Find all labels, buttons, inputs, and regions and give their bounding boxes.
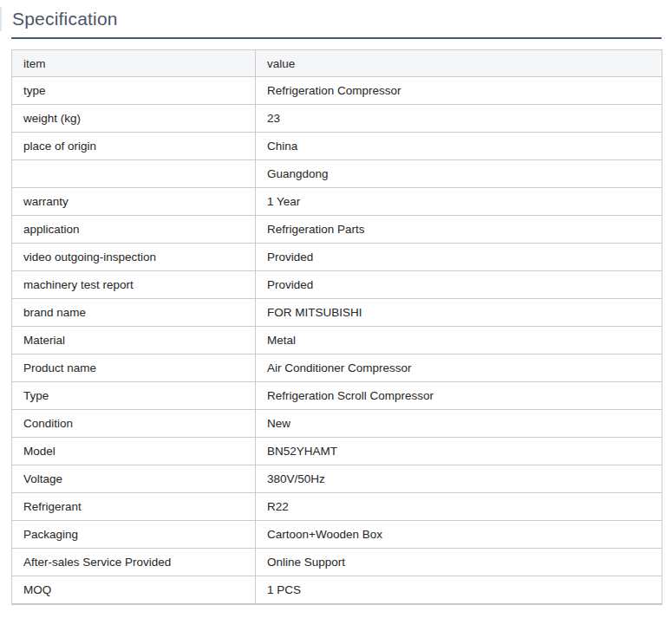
value-cell: Metal xyxy=(256,327,662,355)
table-row: brand name FOR MITSUBISHI xyxy=(12,299,662,327)
value-cell: Refrigeration Compressor xyxy=(256,77,662,105)
item-cell: Voltage xyxy=(12,465,256,493)
item-cell: Product name xyxy=(12,355,256,382)
page-title: Specification xyxy=(0,0,672,29)
value-cell: BN52YHAMT xyxy=(256,438,662,465)
table-row: machinery test report Provided xyxy=(12,271,662,299)
value-cell: 23 xyxy=(256,105,662,133)
table-row: weight (kg) 23 xyxy=(12,105,662,133)
item-cell: Packaging xyxy=(12,521,256,549)
item-cell: video outgoing-inspection xyxy=(12,244,256,271)
table-row: After-sales Service Provided Online Supp… xyxy=(12,549,662,576)
item-cell: warranty xyxy=(12,188,256,216)
table-row: Condition New xyxy=(12,410,662,438)
table-row: application Refrigeration Parts xyxy=(12,216,662,244)
value-cell: 1 PCS xyxy=(256,576,662,604)
table-row: MOQ 1 PCS xyxy=(12,576,662,604)
value-cell: Online Support xyxy=(256,549,662,576)
table-row: warranty 1 Year xyxy=(12,188,662,216)
value-cell: Provided xyxy=(256,271,662,299)
value-cell: 380V/50Hz xyxy=(256,465,662,493)
value-cell: FOR MITSUBISHI xyxy=(256,299,662,327)
value-cell: New xyxy=(256,410,662,438)
value-cell: 1 Year xyxy=(256,188,662,216)
value-cell: Refrigeration Scroll Compressor xyxy=(256,382,662,410)
item-cell: brand name xyxy=(12,299,256,327)
table-row: place of origin China xyxy=(12,133,662,160)
specification-page: Specification item value type Refrigerat… xyxy=(0,0,672,618)
item-cell: Condition xyxy=(12,410,256,438)
value-cell: Guangdong xyxy=(256,160,662,188)
item-cell: place of origin xyxy=(12,133,256,160)
table-row: Refrigerant R22 xyxy=(12,493,662,521)
item-cell xyxy=(12,160,256,188)
page-edge-highlight xyxy=(0,7,2,31)
specification-table: item value type Refrigeration Compressor… xyxy=(11,49,662,605)
value-cell: Provided xyxy=(256,244,662,271)
table-row: Voltage 380V/50Hz xyxy=(12,465,662,493)
table-row: type Refrigeration Compressor xyxy=(12,77,662,105)
value-cell: China xyxy=(256,133,662,160)
value-cell: Refrigeration Parts xyxy=(256,216,662,244)
item-cell: Type xyxy=(12,382,256,410)
item-cell: Refrigerant xyxy=(12,493,256,521)
item-cell: After-sales Service Provided xyxy=(12,549,256,576)
value-cell: R22 xyxy=(256,493,662,521)
item-cell: application xyxy=(12,216,256,244)
table-header-row: item value xyxy=(12,50,662,77)
table-row: video outgoing-inspection Provided xyxy=(12,244,662,271)
value-cell: Air Conditioner Compressor xyxy=(256,355,662,382)
value-cell: Cartoon+Wooden Box xyxy=(256,521,662,549)
table-row: Product name Air Conditioner Compressor xyxy=(12,355,662,382)
title-divider xyxy=(11,37,662,39)
table-row: Model BN52YHAMT xyxy=(12,438,662,465)
item-cell: weight (kg) xyxy=(12,105,256,133)
table-row: Material Metal xyxy=(12,327,662,355)
table-row: Packaging Cartoon+Wooden Box xyxy=(12,521,662,549)
item-cell: Material xyxy=(12,327,256,355)
table-row: Type Refrigeration Scroll Compressor xyxy=(12,382,662,410)
item-cell: machinery test report xyxy=(12,271,256,299)
item-cell: MOQ xyxy=(12,576,256,604)
column-header-value: value xyxy=(256,50,662,77)
column-header-item: item xyxy=(12,50,256,77)
item-cell: Model xyxy=(12,438,256,465)
table-row: Guangdong xyxy=(12,160,662,188)
item-cell: type xyxy=(12,77,256,105)
